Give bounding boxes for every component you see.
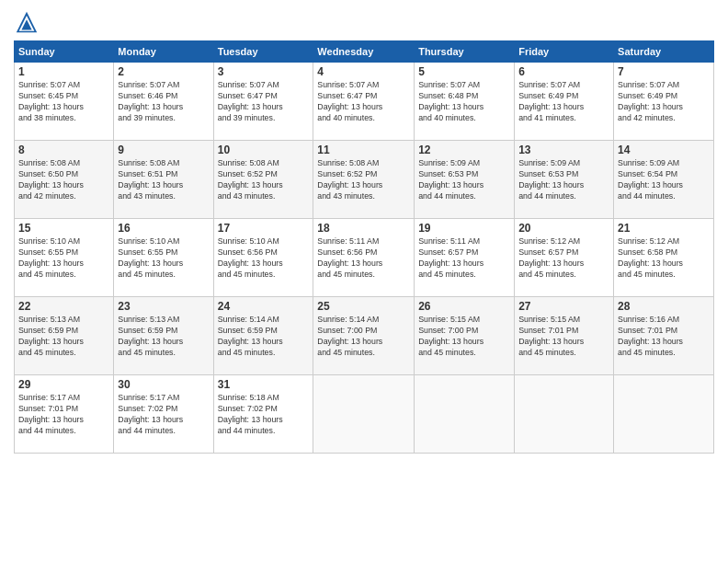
day-info: Sunrise: 5:18 AM Sunset: 7:02 PM Dayligh… [218, 393, 310, 437]
day-info: Sunrise: 5:10 AM Sunset: 6:56 PM Dayligh… [218, 236, 310, 281]
calendar-cell: 3Sunrise: 5:07 AM Sunset: 6:47 PM Daylig… [213, 63, 313, 141]
calendar-cell: 10Sunrise: 5:08 AM Sunset: 6:52 PM Dayli… [213, 141, 313, 219]
day-number: 3 [218, 65, 310, 78]
week-row-2: 8Sunrise: 5:08 AM Sunset: 6:50 PM Daylig… [15, 141, 714, 219]
day-number: 24 [218, 300, 310, 313]
day-info: Sunrise: 5:08 AM Sunset: 6:52 PM Dayligh… [317, 158, 410, 202]
day-number: 18 [317, 222, 410, 235]
day-info: Sunrise: 5:11 AM Sunset: 6:56 PM Dayligh… [317, 236, 410, 281]
header [14, 9, 714, 35]
calendar-cell [415, 375, 515, 454]
day-info: Sunrise: 5:07 AM Sunset: 6:48 PM Dayligh… [418, 80, 510, 124]
day-number: 27 [518, 300, 609, 313]
day-info: Sunrise: 5:11 AM Sunset: 6:57 PM Dayligh… [418, 236, 510, 281]
day-number: 15 [18, 222, 109, 235]
day-number: 20 [518, 222, 609, 235]
day-info: Sunrise: 5:16 AM Sunset: 7:01 PM Dayligh… [618, 315, 710, 359]
day-header-thursday: Thursday [415, 41, 515, 63]
day-info: Sunrise: 5:15 AM Sunset: 7:00 PM Dayligh… [418, 315, 510, 359]
day-header-wednesday: Wednesday [313, 41, 415, 63]
calendar-cell: 19Sunrise: 5:11 AM Sunset: 6:57 PM Dayli… [415, 219, 515, 297]
day-number: 25 [317, 300, 410, 313]
day-info: Sunrise: 5:07 AM Sunset: 6:46 PM Dayligh… [118, 80, 209, 124]
day-info: Sunrise: 5:07 AM Sunset: 6:45 PM Dayligh… [18, 80, 109, 124]
calendar-cell: 25Sunrise: 5:14 AM Sunset: 7:00 PM Dayli… [313, 297, 415, 375]
day-number: 7 [618, 65, 710, 78]
day-number: 26 [418, 300, 510, 313]
calendar-cell: 12Sunrise: 5:09 AM Sunset: 6:53 PM Dayli… [415, 141, 515, 219]
calendar-cell: 11Sunrise: 5:08 AM Sunset: 6:52 PM Dayli… [313, 141, 415, 219]
day-info: Sunrise: 5:12 AM Sunset: 6:57 PM Dayligh… [518, 236, 609, 281]
calendar-cell: 26Sunrise: 5:15 AM Sunset: 7:00 PM Dayli… [415, 297, 515, 375]
day-number: 6 [518, 65, 609, 78]
week-row-1: 1Sunrise: 5:07 AM Sunset: 6:45 PM Daylig… [15, 63, 714, 141]
day-number: 12 [418, 144, 510, 156]
day-info: Sunrise: 5:17 AM Sunset: 7:02 PM Dayligh… [118, 393, 209, 437]
calendar-cell: 13Sunrise: 5:09 AM Sunset: 6:53 PM Dayli… [515, 141, 614, 219]
day-info: Sunrise: 5:09 AM Sunset: 6:53 PM Dayligh… [418, 158, 510, 202]
calendar-cell: 17Sunrise: 5:10 AM Sunset: 6:56 PM Dayli… [213, 219, 313, 297]
day-info: Sunrise: 5:14 AM Sunset: 7:00 PM Dayligh… [317, 315, 410, 359]
day-info: Sunrise: 5:13 AM Sunset: 6:59 PM Dayligh… [18, 315, 109, 359]
calendar-cell: 5Sunrise: 5:07 AM Sunset: 6:48 PM Daylig… [415, 63, 515, 141]
day-number: 19 [418, 222, 510, 235]
day-info: Sunrise: 5:17 AM Sunset: 7:01 PM Dayligh… [18, 393, 109, 437]
day-number: 4 [317, 65, 410, 78]
day-info: Sunrise: 5:09 AM Sunset: 6:53 PM Dayligh… [518, 158, 609, 202]
calendar-cell [614, 375, 714, 454]
calendar-cell: 28Sunrise: 5:16 AM Sunset: 7:01 PM Dayli… [614, 297, 714, 375]
day-info: Sunrise: 5:10 AM Sunset: 6:55 PM Dayligh… [18, 236, 109, 281]
calendar-cell: 31Sunrise: 5:18 AM Sunset: 7:02 PM Dayli… [213, 375, 313, 454]
calendar-cell: 23Sunrise: 5:13 AM Sunset: 6:59 PM Dayli… [114, 297, 213, 375]
calendar-cell: 21Sunrise: 5:12 AM Sunset: 6:58 PM Dayli… [614, 219, 714, 297]
calendar-cell: 29Sunrise: 5:17 AM Sunset: 7:01 PM Dayli… [15, 375, 114, 454]
logo [14, 9, 43, 35]
day-header-friday: Friday [515, 41, 614, 63]
day-header-sunday: Sunday [15, 41, 114, 63]
calendar-cell: 9Sunrise: 5:08 AM Sunset: 6:51 PM Daylig… [114, 141, 213, 219]
day-info: Sunrise: 5:07 AM Sunset: 6:49 PM Dayligh… [518, 80, 609, 124]
day-number: 22 [18, 300, 109, 313]
calendar-table: SundayMondayTuesdayWednesdayThursdayFrid… [14, 40, 714, 454]
calendar-cell: 1Sunrise: 5:07 AM Sunset: 6:45 PM Daylig… [15, 63, 114, 141]
day-info: Sunrise: 5:14 AM Sunset: 6:59 PM Dayligh… [218, 315, 310, 359]
calendar-cell: 22Sunrise: 5:13 AM Sunset: 6:59 PM Dayli… [15, 297, 114, 375]
day-info: Sunrise: 5:09 AM Sunset: 6:54 PM Dayligh… [618, 158, 710, 202]
calendar-body: 1Sunrise: 5:07 AM Sunset: 6:45 PM Daylig… [15, 63, 714, 454]
day-number: 5 [418, 65, 510, 78]
day-number: 2 [118, 65, 209, 78]
day-info: Sunrise: 5:08 AM Sunset: 6:51 PM Dayligh… [118, 158, 209, 202]
day-number: 10 [218, 144, 310, 156]
header-row: SundayMondayTuesdayWednesdayThursdayFrid… [15, 41, 714, 63]
logo-icon [14, 9, 40, 35]
day-number: 23 [118, 300, 209, 313]
day-number: 8 [18, 144, 109, 156]
day-number: 17 [218, 222, 310, 235]
day-number: 29 [18, 378, 109, 391]
week-row-4: 22Sunrise: 5:13 AM Sunset: 6:59 PM Dayli… [15, 297, 714, 375]
calendar-cell: 14Sunrise: 5:09 AM Sunset: 6:54 PM Dayli… [614, 141, 714, 219]
calendar-cell: 18Sunrise: 5:11 AM Sunset: 6:56 PM Dayli… [313, 219, 415, 297]
day-number: 9 [118, 144, 209, 156]
calendar-cell: 27Sunrise: 5:15 AM Sunset: 7:01 PM Dayli… [515, 297, 614, 375]
calendar-cell: 30Sunrise: 5:17 AM Sunset: 7:02 PM Dayli… [114, 375, 213, 454]
day-info: Sunrise: 5:10 AM Sunset: 6:55 PM Dayligh… [118, 236, 209, 281]
day-info: Sunrise: 5:08 AM Sunset: 6:50 PM Dayligh… [18, 158, 109, 202]
calendar-cell [515, 375, 614, 454]
day-info: Sunrise: 5:07 AM Sunset: 6:47 PM Dayligh… [218, 80, 310, 124]
calendar-cell: 6Sunrise: 5:07 AM Sunset: 6:49 PM Daylig… [515, 63, 614, 141]
day-info: Sunrise: 5:08 AM Sunset: 6:52 PM Dayligh… [218, 158, 310, 202]
calendar-cell: 20Sunrise: 5:12 AM Sunset: 6:57 PM Dayli… [515, 219, 614, 297]
day-number: 11 [317, 144, 410, 156]
day-number: 13 [518, 144, 609, 156]
day-info: Sunrise: 5:15 AM Sunset: 7:01 PM Dayligh… [518, 315, 609, 359]
day-info: Sunrise: 5:07 AM Sunset: 6:49 PM Dayligh… [618, 80, 710, 124]
calendar-cell: 7Sunrise: 5:07 AM Sunset: 6:49 PM Daylig… [614, 63, 714, 141]
week-row-5: 29Sunrise: 5:17 AM Sunset: 7:01 PM Dayli… [15, 375, 714, 454]
day-header-saturday: Saturday [614, 41, 714, 63]
day-number: 30 [118, 378, 209, 391]
calendar-cell: 2Sunrise: 5:07 AM Sunset: 6:46 PM Daylig… [114, 63, 213, 141]
day-header-tuesday: Tuesday [213, 41, 313, 63]
day-info: Sunrise: 5:07 AM Sunset: 6:47 PM Dayligh… [317, 80, 410, 124]
week-row-3: 15Sunrise: 5:10 AM Sunset: 6:55 PM Dayli… [15, 219, 714, 297]
